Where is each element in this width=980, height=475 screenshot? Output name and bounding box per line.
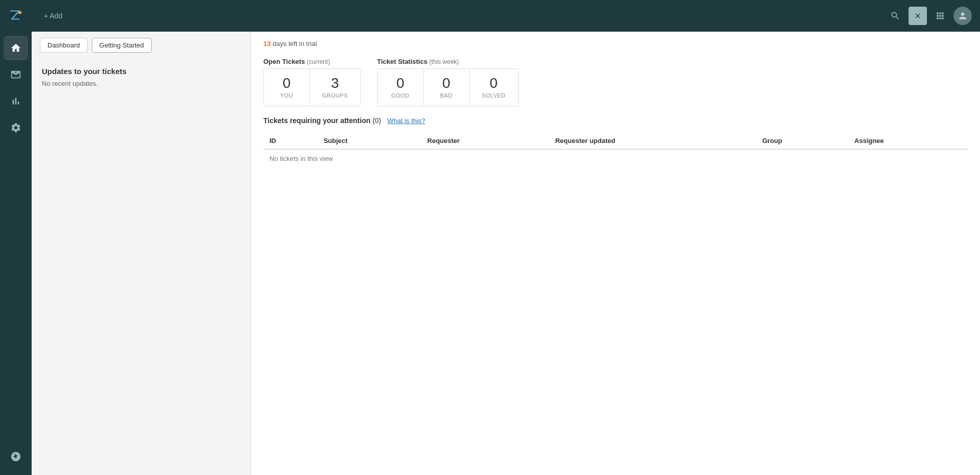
sidebar-bottom xyxy=(4,444,28,475)
sidebar-item-reports[interactable] xyxy=(4,89,28,113)
stat-good-label: GOOD xyxy=(390,92,411,99)
table-header-row: ID Subject Requester Requester updated G… xyxy=(263,133,968,149)
sidebar xyxy=(0,0,32,475)
sidebar-item-home[interactable] xyxy=(4,36,28,60)
tab-getting-started[interactable]: Getting Started xyxy=(92,38,152,53)
open-tickets-label: Open Tickets (current) xyxy=(263,58,361,65)
tab-dashboard[interactable]: Dashboard xyxy=(40,38,88,53)
sidebar-logo[interactable] xyxy=(0,0,32,32)
stat-groups-label: GROUPS xyxy=(322,92,348,99)
table-row-empty: No tickets in this view xyxy=(263,149,968,168)
attention-section: Tickets requiring your attention (0) Wha… xyxy=(263,116,968,168)
add-button[interactable]: + Add xyxy=(40,9,66,23)
sidebar-item-tickets[interactable] xyxy=(4,62,28,87)
sidebar-item-settings[interactable] xyxy=(4,115,28,140)
open-tickets-group: Open Tickets (current) 0 YOU 3 GROUPS xyxy=(263,58,361,106)
ticket-statistics-cards: 0 GOOD 0 BAD 0 SOLVED xyxy=(377,68,519,106)
stat-you-number: 0 xyxy=(276,76,297,90)
updates-panel: Updates to your tickets No recent update… xyxy=(32,59,251,96)
stat-groups[interactable]: 3 GROUPS xyxy=(310,69,360,106)
col-group: Group xyxy=(756,133,848,149)
what-is-this-link[interactable]: What is this? xyxy=(387,117,425,125)
col-subject: Subject xyxy=(317,133,421,149)
stats-row: Open Tickets (current) 0 YOU 3 GROUPS xyxy=(263,58,968,106)
col-requester-updated: Requester updated xyxy=(549,133,756,149)
search-button[interactable] xyxy=(886,7,904,25)
trial-days-text: days left in trial xyxy=(271,40,316,48)
topbar: + Add xyxy=(32,0,980,32)
trial-banner: 13 days left in trial xyxy=(263,40,968,48)
close-button[interactable] xyxy=(909,7,927,25)
attention-title: Tickets requiring your attention (0) Wha… xyxy=(263,116,968,125)
sidebar-nav xyxy=(4,32,28,444)
trial-days-count: 13 xyxy=(263,40,271,48)
col-assignee: Assignee xyxy=(848,133,968,149)
content-area: Dashboard Getting Started Updates to you… xyxy=(32,32,980,475)
left-panel: Dashboard Getting Started Updates to you… xyxy=(32,32,251,475)
ticket-statistics-group: Ticket Statistics (this week) 0 GOOD 0 B… xyxy=(377,58,519,106)
stat-good[interactable]: 0 GOOD xyxy=(378,69,424,106)
stat-bad-label: BAD xyxy=(436,92,457,99)
main: + Add Dashboard Getting Started xyxy=(32,0,980,475)
stat-bad-number: 0 xyxy=(436,76,457,90)
svg-point-0 xyxy=(18,11,21,14)
stat-good-number: 0 xyxy=(390,76,411,90)
user-avatar[interactable] xyxy=(953,7,972,25)
right-panel: 13 days left in trial Open Tickets (curr… xyxy=(251,32,980,475)
tickets-table: ID Subject Requester Requester updated G… xyxy=(263,133,968,168)
sidebar-item-zendesk-logo[interactable] xyxy=(4,444,28,469)
stat-you-label: YOU xyxy=(276,92,297,99)
col-requester: Requester xyxy=(421,133,549,149)
ticket-statistics-label: Ticket Statistics (this week) xyxy=(377,58,519,65)
stat-groups-number: 3 xyxy=(322,76,348,90)
stat-solved[interactable]: 0 SOLVED xyxy=(470,69,518,106)
tabs-bar: Dashboard Getting Started xyxy=(32,32,251,59)
topbar-icons xyxy=(886,7,972,25)
open-tickets-cards: 0 YOU 3 GROUPS xyxy=(263,68,361,106)
apps-button[interactable] xyxy=(931,7,949,25)
no-tickets-message: No tickets in this view xyxy=(263,149,968,168)
stat-you[interactable]: 0 YOU xyxy=(264,69,310,106)
stat-solved-number: 0 xyxy=(482,76,506,90)
stat-bad[interactable]: 0 BAD xyxy=(424,69,470,106)
col-id: ID xyxy=(263,133,317,149)
updates-title: Updates to your tickets xyxy=(42,67,240,76)
updates-empty: No recent updates. xyxy=(42,80,240,87)
stat-solved-label: SOLVED xyxy=(482,92,506,99)
